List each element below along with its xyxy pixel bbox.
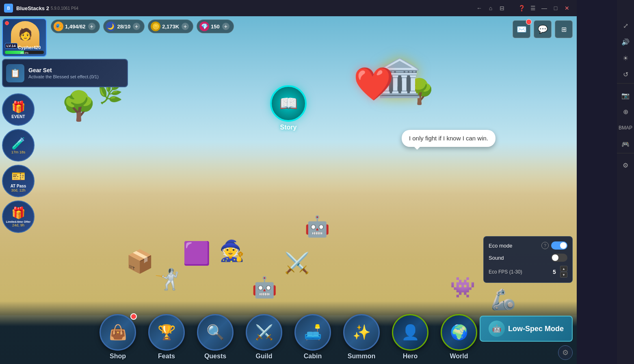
atpass-label: AT Pass bbox=[11, 184, 26, 188]
summon-label: Summon bbox=[348, 353, 375, 360]
world-circle: 🌍 bbox=[441, 314, 477, 351]
gems-value: 150 bbox=[211, 24, 220, 30]
chat-btn[interactable]: 💬 bbox=[534, 20, 552, 38]
sound-row: Sound bbox=[489, 254, 567, 262]
char-enemy1: 👾 bbox=[450, 276, 475, 299]
gems-plus-btn[interactable]: + bbox=[222, 23, 229, 30]
right-sidebar: ⤢ 🔊 ☀ ↺ 📷 ⊕ BMAP 🎮 ⚙ bbox=[617, 0, 634, 364]
sidebar-gamepad-icon[interactable]: 🎮 bbox=[618, 137, 633, 151]
menu-btn[interactable]: ☰ bbox=[527, 2, 539, 14]
hero-circle: 👤 bbox=[392, 314, 428, 351]
gems-resource: 💎 150 + bbox=[197, 19, 234, 33]
mail-btn[interactable]: ✉️ bbox=[513, 20, 530, 38]
nav-cabin-btn[interactable]: 🛋️ Cabin bbox=[288, 312, 337, 362]
settings-btn[interactable]: ⚙ bbox=[558, 345, 573, 360]
top-right-icons: ✉️ 💬 ⊞ bbox=[513, 20, 573, 38]
fps-label: Eco FPS (1-30) bbox=[489, 269, 522, 275]
eco-mode-row: Eco mode ? bbox=[489, 241, 567, 250]
mail-badge bbox=[526, 19, 532, 25]
atpass-btn[interactable]: 🎫 AT Pass 30d, 12h bbox=[2, 165, 35, 197]
gold-icon: 🪙 bbox=[151, 22, 160, 31]
offer-icon: 🎁 bbox=[11, 206, 26, 220]
fps-down-btn[interactable]: ▼ bbox=[560, 272, 567, 278]
atpass-icon: 🎫 bbox=[11, 170, 26, 183]
lowspec-label: Low-Spec Mode bbox=[508, 325, 564, 333]
resource-bar: 🎭 1,494/62 + 🌙 28/10 + 🪙 2,173K + 💎 150 … bbox=[51, 19, 234, 33]
timer-label: 17m 18s bbox=[11, 150, 26, 154]
sidebar-macro-icon[interactable]: ⊕ bbox=[618, 104, 633, 119]
nav-world-btn[interactable]: 🌍 World bbox=[435, 312, 483, 362]
sidebar-portrait-icon[interactable]: ⤢ bbox=[618, 18, 633, 33]
titlebar: B BlueStacks 2 5.9.0.1061 P64 ← ⌂ ⊟ ❓ ☰ … bbox=[0, 0, 577, 16]
sidebar-volume-icon[interactable]: 🔊 bbox=[618, 34, 633, 49]
quests-label: Quests bbox=[204, 353, 226, 360]
username-label: Cypher420 bbox=[18, 45, 39, 50]
sidebar-rotate-icon[interactable]: ↺ bbox=[618, 67, 633, 82]
fps-up-btn[interactable]: ▲ bbox=[560, 266, 567, 271]
heart-throne: ❤️ bbox=[353, 65, 394, 103]
hero-label: Hero bbox=[403, 353, 418, 360]
guild-label: Guild bbox=[256, 353, 273, 360]
game-viewport: 🌳 🌿 🌳 🏛️ ❤️ 🤺 🧙 🤖 ⚔️ 🤖 👾 🦾 📦 🟪 🧑 Cypher4… bbox=[0, 16, 577, 364]
left-side-buttons: 🎁 EVENT 🧪 17m 18s 🎫 AT Pass 30d, 12h 🎁 L… bbox=[2, 93, 35, 233]
nav-recent-btn[interactable]: ⊟ bbox=[496, 2, 508, 14]
story-circle: 📖 bbox=[270, 85, 307, 122]
eco-mode-toggle[interactable] bbox=[551, 241, 567, 250]
sidebar-keymapping-icon[interactable]: BMAP bbox=[618, 121, 633, 135]
cabin-label: Cabin bbox=[304, 353, 322, 360]
maximize-btn[interactable]: □ bbox=[550, 2, 561, 14]
moon-value: 28/10 bbox=[117, 24, 131, 30]
gold-plus-btn[interactable]: + bbox=[182, 23, 189, 30]
app-version: 5.9.0.1061 P64 bbox=[51, 6, 78, 11]
nav-shop-btn[interactable]: 👜 Shop bbox=[93, 312, 142, 362]
gold-value: 2,173K bbox=[162, 24, 179, 30]
sidebar-camera-icon[interactable]: 📷 bbox=[618, 88, 633, 103]
char-mage: 🧙 bbox=[219, 239, 245, 263]
summon-circle: ✨ bbox=[343, 314, 380, 351]
close-btn[interactable]: ✕ bbox=[561, 2, 573, 14]
help-btn[interactable]: ❓ bbox=[516, 2, 527, 14]
energy-plus-btn[interactable]: + bbox=[88, 23, 95, 30]
gear-set-desc: Activate the Blessed set effect.(0/1) bbox=[28, 74, 99, 79]
nav-guild-btn[interactable]: ⚔️ Guild bbox=[240, 312, 288, 362]
energy-icon: 🎭 bbox=[54, 22, 63, 31]
shop-circle: 👜 bbox=[100, 314, 136, 351]
nav-quests-btn[interactable]: 🔍 Quests bbox=[191, 312, 240, 362]
story-btn[interactable]: 📖 Story bbox=[268, 85, 309, 134]
lowspec-mode-btn[interactable]: 🤖 Low-Spec Mode bbox=[480, 316, 573, 342]
char-robot1: 🤖 bbox=[252, 276, 277, 299]
menu-grid-btn[interactable]: ⊞ bbox=[555, 20, 573, 38]
purple-cube: 🟪 bbox=[183, 240, 211, 267]
feats-label: Feats bbox=[158, 353, 175, 360]
nav-hero-btn[interactable]: 👤 Hero bbox=[386, 312, 435, 362]
gear-set-text: Gear Set Activate the Blessed set effect… bbox=[28, 67, 99, 79]
moon-resource: 🌙 28/10 + bbox=[103, 19, 145, 33]
plaza-ground bbox=[0, 142, 577, 316]
nav-summon-btn[interactable]: ✨ Summon bbox=[337, 312, 386, 362]
limitedoffer-btn[interactable]: 🎁 Limited-time Offer 24d, 9h bbox=[2, 200, 35, 233]
minimize-btn[interactable]: — bbox=[539, 2, 550, 14]
sidebar-settings-icon[interactable]: ⚙ bbox=[618, 158, 633, 172]
nav-home-btn[interactable]: ⌂ bbox=[485, 2, 496, 14]
offer-timer: 24d, 9h bbox=[12, 223, 24, 227]
feats-circle: 🏆 bbox=[148, 314, 185, 351]
gear-set-panel[interactable]: 📋 Gear Set Activate the Blessed set effe… bbox=[2, 59, 128, 87]
golden-chest: 📦 bbox=[126, 248, 154, 275]
eco-help-btn[interactable]: ? bbox=[541, 242, 549, 249]
sound-toggle[interactable] bbox=[551, 254, 567, 262]
hp-bar: 49.3% bbox=[5, 51, 44, 54]
shop-badge bbox=[130, 313, 137, 320]
sidebar-brightness-icon[interactable]: ☀ bbox=[618, 51, 633, 65]
moon-plus-btn[interactable]: + bbox=[133, 23, 140, 30]
eco-toggle-knob bbox=[560, 242, 567, 249]
quests-circle: 🔍 bbox=[197, 314, 234, 351]
event-btn[interactable]: 🎁 EVENT bbox=[2, 93, 35, 126]
char-robot2: 🤖 bbox=[305, 215, 330, 238]
app-logo: B bbox=[4, 4, 13, 13]
char-warrior: 🤺 bbox=[154, 267, 180, 291]
player-avatar[interactable]: 🧑 Cypher420 LV.14 49.3% bbox=[2, 18, 47, 57]
nav-back-btn[interactable]: ← bbox=[474, 2, 485, 14]
timer-btn[interactable]: 🧪 17m 18s bbox=[2, 129, 35, 162]
nav-feats-btn[interactable]: 🏆 Feats bbox=[142, 312, 191, 362]
story-label: Story bbox=[280, 124, 297, 131]
